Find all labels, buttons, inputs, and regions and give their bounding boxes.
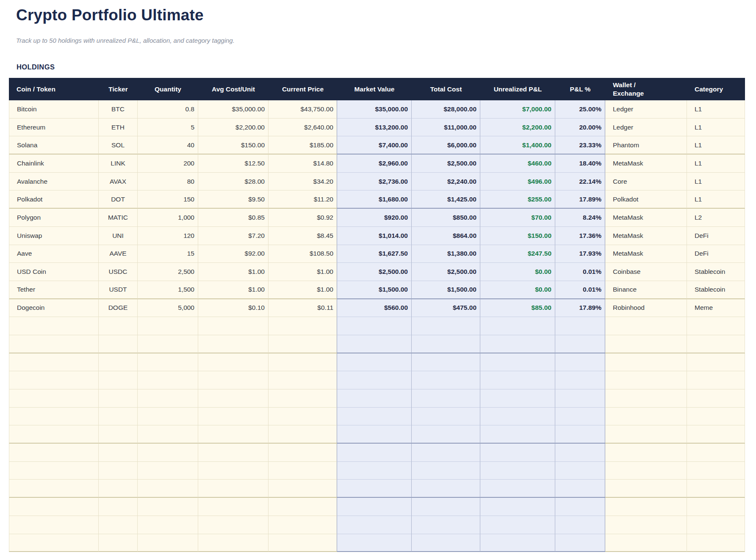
cell-unrealized-pnl[interactable] [480,444,555,462]
cell-market-value[interactable]: $2,736.00 [337,173,412,191]
cell-unrealized-pnl[interactable] [480,389,555,408]
cell-total-cost[interactable]: $6,000.00 [412,136,480,154]
cell-current-price[interactable]: $11.20 [269,190,337,209]
cell-quantity[interactable] [138,371,198,389]
cell-total-cost[interactable]: $2,240.00 [412,173,480,191]
cell-ticker[interactable]: USDT [99,281,138,299]
cell-quantity[interactable]: 80 [138,173,198,191]
cell-pnl-pct[interactable] [555,408,605,426]
cell-pnl-pct[interactable]: 25.00% [555,100,605,119]
cell-ticker[interactable]: AAVE [99,245,138,263]
cell-wallet-exchange[interactable] [605,534,687,552]
cell-ticker[interactable]: UNI [99,227,138,245]
cell-wallet-exchange[interactable]: Ledger [605,100,687,119]
cell-coin-token[interactable] [9,353,99,372]
cell-unrealized-pnl[interactable]: $7,000.00 [480,100,555,119]
cell-market-value[interactable] [337,317,412,335]
cell-total-cost[interactable]: $1,380.00 [412,245,480,263]
cell-coin-token[interactable] [9,534,99,552]
cell-avg-cost-unit[interactable]: $1.00 [198,281,269,299]
cell-total-cost[interactable] [412,498,480,516]
cell-wallet-exchange[interactable] [605,498,687,516]
cell-category[interactable]: Stablecoin [687,281,745,299]
cell-avg-cost-unit[interactable]: $7.20 [198,227,269,245]
cell-ticker[interactable] [99,353,138,372]
cell-category[interactable]: L1 [687,154,745,173]
cell-avg-cost-unit[interactable]: $35,000.00 [198,100,269,119]
cell-category[interactable] [687,389,745,408]
cell-coin-token[interactable] [9,317,99,335]
cell-category[interactable]: L1 [687,190,745,209]
cell-total-cost[interactable]: $28,000.00 [412,100,480,119]
cell-wallet-exchange[interactable] [605,335,687,353]
cell-category[interactable]: DeFi [687,227,745,245]
cell-unrealized-pnl[interactable] [480,425,555,444]
cell-ticker[interactable] [99,371,138,389]
cell-wallet-exchange[interactable]: Core [605,173,687,191]
cell-quantity[interactable] [138,408,198,426]
cell-ticker[interactable] [99,462,138,480]
cell-ticker[interactable] [99,408,138,426]
cell-ticker[interactable]: BTC [99,100,138,119]
cell-ticker[interactable]: LINK [99,154,138,173]
cell-avg-cost-unit[interactable] [198,480,269,498]
cell-coin-token[interactable]: Aave [9,245,99,263]
cell-pnl-pct[interactable]: 18.40% [555,154,605,173]
cell-market-value[interactable] [337,462,412,480]
cell-avg-cost-unit[interactable] [198,335,269,353]
cell-current-price[interactable]: $43,750.00 [269,100,337,119]
cell-wallet-exchange[interactable]: MetaMask [605,245,687,263]
cell-coin-token[interactable]: Avalanche [9,173,99,191]
cell-coin-token[interactable]: Bitcoin [9,100,99,119]
cell-quantity[interactable]: 150 [138,190,198,209]
cell-current-price[interactable]: $1.00 [269,263,337,281]
cell-category[interactable]: L1 [687,173,745,191]
cell-market-value[interactable] [337,389,412,408]
cell-pnl-pct[interactable]: 8.24% [555,209,605,227]
cell-market-value[interactable]: $7,400.00 [337,136,412,154]
cell-category[interactable] [687,480,745,498]
cell-ticker[interactable] [99,480,138,498]
cell-pnl-pct[interactable] [555,353,605,372]
cell-total-cost[interactable]: $475.00 [412,299,480,317]
cell-avg-cost-unit[interactable] [198,408,269,426]
cell-pnl-pct[interactable]: 17.89% [555,299,605,317]
cell-quantity[interactable] [138,317,198,335]
cell-current-price[interactable]: $185.00 [269,136,337,154]
cell-market-value[interactable]: $2,960.00 [337,154,412,173]
cell-total-cost[interactable] [412,353,480,372]
cell-ticker[interactable] [99,389,138,408]
cell-avg-cost-unit[interactable]: $0.10 [198,299,269,317]
cell-unrealized-pnl[interactable] [480,480,555,498]
cell-total-cost[interactable]: $11,000.00 [412,119,480,137]
cell-coin-token[interactable]: Uniswap [9,227,99,245]
cell-current-price[interactable] [269,516,337,534]
cell-avg-cost-unit[interactable] [198,317,269,335]
cell-unrealized-pnl[interactable]: $1,400.00 [480,136,555,154]
cell-quantity[interactable] [138,444,198,462]
cell-category[interactable] [687,498,745,516]
cell-market-value[interactable]: $1,500.00 [337,281,412,299]
cell-market-value[interactable]: $1,014.00 [337,227,412,245]
cell-coin-token[interactable] [9,371,99,389]
cell-wallet-exchange[interactable]: Ledger [605,119,687,137]
cell-unrealized-pnl[interactable]: $460.00 [480,154,555,173]
cell-avg-cost-unit[interactable] [198,516,269,534]
cell-ticker[interactable] [99,335,138,353]
cell-total-cost[interactable]: $850.00 [412,209,480,227]
cell-total-cost[interactable] [412,317,480,335]
cell-wallet-exchange[interactable]: Robinhood [605,299,687,317]
cell-ticker[interactable] [99,498,138,516]
cell-quantity[interactable]: 5,000 [138,299,198,317]
cell-wallet-exchange[interactable]: Coinbase [605,263,687,281]
cell-category[interactable] [687,408,745,426]
cell-total-cost[interactable] [412,534,480,552]
cell-ticker[interactable]: DOGE [99,299,138,317]
cell-category[interactable] [687,516,745,534]
cell-avg-cost-unit[interactable]: $12.50 [198,154,269,173]
cell-total-cost[interactable] [412,335,480,353]
cell-market-value[interactable]: $920.00 [337,209,412,227]
cell-unrealized-pnl[interactable]: $85.00 [480,299,555,317]
cell-pnl-pct[interactable] [555,534,605,552]
cell-quantity[interactable] [138,335,198,353]
